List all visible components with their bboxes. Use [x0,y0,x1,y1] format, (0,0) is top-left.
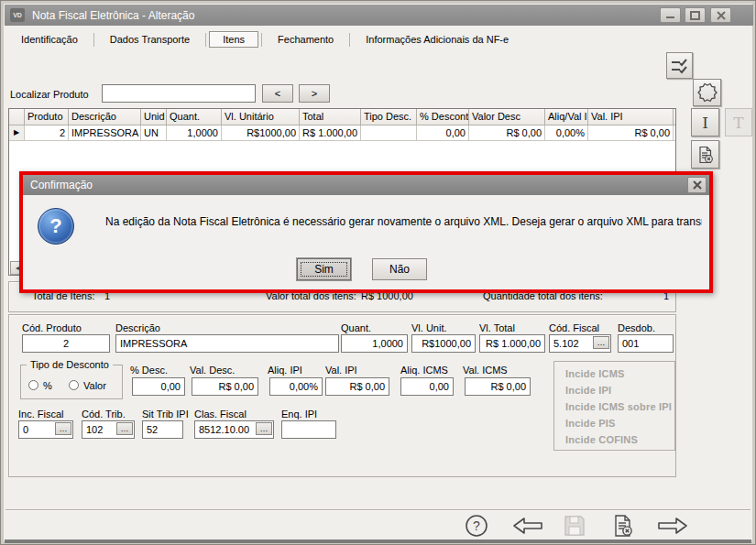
radio-valor-label: Valor [83,380,106,391]
maximize-button[interactable] [685,7,706,23]
grid-cell[interactable]: R$ 0,00 [588,125,674,141]
cancel-nfe-button[interactable] [610,513,636,539]
tab-bar: Identificação Dados Transporte Itens Fec… [8,28,521,50]
val-ipi-input[interactable] [325,377,389,396]
minimize-button[interactable] [660,7,681,23]
current-row-marker[interactable]: ▶ [9,125,25,141]
val-desc-input[interactable] [192,377,258,396]
dialog-message: Na edição da Nota Fiscal Eletrônica é ne… [105,215,702,228]
sit-trib-ipi-input[interactable] [142,420,183,439]
checklist-button[interactable] [666,52,693,79]
inc-fiscal-lookup-button[interactable]: … [55,422,71,435]
close-button[interactable] [710,7,731,23]
grid-column-header[interactable]: Quant. [167,109,222,125]
next-button[interactable] [657,516,688,536]
dialog-close-button[interactable] [687,177,707,193]
window-bottom-edge [5,540,751,543]
prev-product-button[interactable]: < [262,84,293,103]
next-product-button[interactable]: > [299,84,330,103]
cod-fiscal-label: Cód. Fiscal [549,322,599,333]
search-input[interactable] [102,84,256,103]
enq-ipi-input[interactable] [281,420,336,439]
no-button[interactable]: Não [372,258,427,280]
help-button[interactable]: ? [464,513,489,539]
tab-itens[interactable]: Itens [209,31,258,48]
tipo-desconto-label: Tipo de Desconto [27,359,113,370]
grid-column-header[interactable]: Aliq/Val IP [545,109,588,125]
grid-cell[interactable]: R$ 0,00 [469,125,545,141]
descricao-input[interactable] [115,334,339,353]
sit-trib-ipi-label: Sit Trib IPI [142,409,189,420]
inc-fiscal-label: Inc. Fiscal [18,409,64,420]
item-detail-groupbox: Cód. Produto Descrição Quant. Vl. Unit. … [8,314,676,477]
aliq-icms-label: Aliq. ICMS [400,365,448,376]
toolbar-separator [5,509,751,510]
quant-label: Quant. [341,322,371,333]
italic-button[interactable]: I [691,108,719,136]
grid-selector-header[interactable] [9,109,25,125]
quant-input[interactable] [341,334,408,353]
clas-fiscal-field: … [194,420,274,439]
clas-fiscal-lookup-button[interactable]: … [256,422,272,435]
grid-column-header[interactable]: E [674,109,676,125]
val-ipi-label: Val. IPI [325,365,357,376]
cancel-document-button[interactable] [691,140,719,169]
val-icms-input[interactable] [465,377,531,396]
pct-desc-input[interactable] [132,377,185,396]
tab-identificacao[interactable]: Identificação [8,32,91,47]
grid-column-header[interactable]: Descrição [69,109,141,125]
grid-column-header[interactable]: Valor Desc [469,109,545,125]
grid-cell[interactable]: 0,00% [545,125,588,141]
incide-item: Incide ICMS sobre IPI [554,398,674,415]
grid-column-header[interactable]: Total [300,109,361,125]
radio-percent-label: % [43,380,52,391]
grid-cell[interactable]: 1,0000 [167,125,222,141]
grid-column-header[interactable]: Tipo Desc. [361,109,417,125]
cod-fiscal-lookup-button[interactable]: … [593,336,609,349]
grid-column-header[interactable]: Produto [25,109,69,125]
tab-fechamento[interactable]: Fechamento [265,32,346,47]
cod-produto-input[interactable] [22,334,110,353]
text-button-disabled: T [725,108,752,136]
yes-button[interactable]: Sim [297,258,351,280]
aliq-ipi-input[interactable] [269,377,323,396]
grid-cell[interactable] [674,125,676,141]
document-cancel-icon [696,146,715,164]
app-icon: VD [10,8,25,22]
title-bar[interactable]: VD Nota Fiscal Eletrônica - Alteração [5,5,753,26]
radio-valor[interactable] [69,380,79,390]
help-icon: ? [465,514,488,538]
grid-cell[interactable]: R$ 1.000,00 [300,125,361,141]
arrow-left-icon [512,516,543,536]
grid-header-row: ProdutoDescriçãoUnidQuant.Vl. UnitárioTo… [9,109,675,125]
seal-button[interactable] [693,79,721,106]
radio-percent[interactable] [28,380,38,390]
vl-unit-input[interactable] [411,334,476,353]
grid-cell[interactable]: UN [141,125,167,141]
grid-column-header[interactable]: Unid [141,109,167,125]
grid-cell[interactable]: IMPRESSORA [69,125,141,141]
grid-cell[interactable]: 0,00 [417,125,469,141]
grid-cell[interactable]: 2 [25,125,69,141]
grid-cell[interactable] [361,125,417,141]
previous-button[interactable] [512,516,543,536]
desdob-input[interactable] [618,334,674,353]
vl-total-input[interactable] [479,334,545,353]
incide-item: Incide COFINS [554,431,674,448]
tab-separator [93,33,94,47]
tab-dados-transporte[interactable]: Dados Transporte [97,32,203,47]
aliq-icms-input[interactable] [400,377,454,396]
aliq-ipi-label: Aliq. IPI [268,365,302,376]
grid-column-header[interactable]: % Desconto [417,109,469,125]
grid-cell[interactable]: R$1000,00 [222,125,300,141]
grid-column-header[interactable]: Val. IPI [588,109,674,125]
cod-trib-lookup-button[interactable]: … [116,422,133,435]
question-icon: ? [38,208,74,245]
tab-informacoes-adicionais[interactable]: Informações Adicionais da NF-e [353,32,521,47]
dialog-title-bar[interactable]: Confirmação [23,175,709,195]
grid-column-header[interactable]: Vl. Unitário [222,109,300,125]
val-desc-label: Val. Desc. [190,365,235,376]
window-title: Nota Fiscal Eletrônica - Alteração [32,9,194,22]
cod-produto-label: Cód. Produto [22,322,82,333]
descricao-label: Descrição [115,322,160,333]
